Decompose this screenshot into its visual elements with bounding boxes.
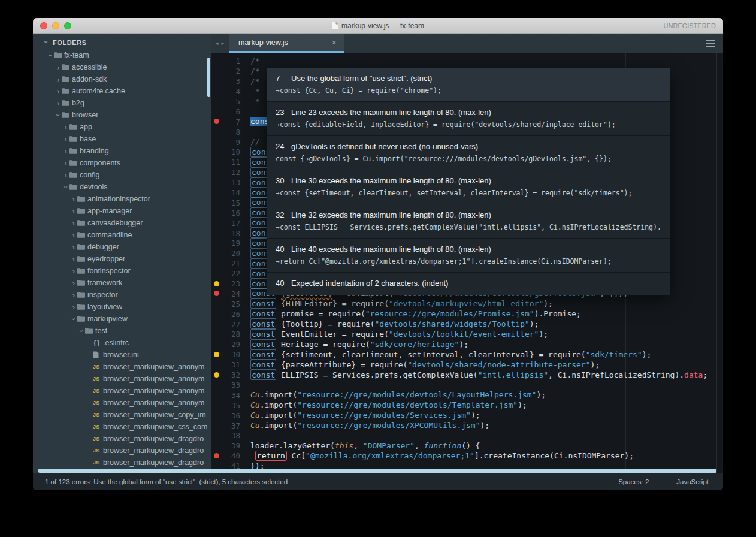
gutter[interactable]: 27 (211, 319, 246, 329)
lint-entry[interactable]: 32Line 32 exceeds the maximum line lengt… (267, 204, 670, 238)
code-line[interactable]: 26const promise = require("resource://gr… (211, 309, 723, 319)
lint-entry[interactable]: 24gDevTools is defined but never used (n… (267, 135, 670, 170)
gutter[interactable]: 17 (211, 218, 246, 228)
overflow-menu-icon[interactable] (698, 34, 723, 53)
indentation-setting[interactable]: Spaces: 2 (618, 478, 649, 485)
gutter[interactable]: 6 (211, 106, 246, 116)
gutter[interactable]: 10 (211, 147, 246, 157)
gutter[interactable]: 13 (211, 177, 246, 188)
sidebar-item-fx-team[interactable]: ›fx-team (33, 49, 211, 61)
code-line[interactable]: 33 (211, 380, 723, 390)
gutter[interactable]: 15 (211, 197, 246, 207)
gutter[interactable]: 28 (211, 329, 246, 339)
sidebar-item-animationinspector[interactable]: ›animationinspector (33, 193, 211, 205)
lint-entry[interactable]: 40Line 40 exceeds the maximum line lengt… (267, 238, 670, 272)
code-line[interactable]: 32const ELLIPSIS = Services.prefs.getCom… (211, 370, 723, 380)
gutter[interactable]: 29 (211, 339, 246, 349)
close-window-button[interactable] (40, 22, 47, 29)
sidebar-scrollbar-thumb[interactable] (207, 58, 210, 97)
sidebar-item-app-manager[interactable]: ›app-manager (33, 205, 211, 217)
lint-entry[interactable]: 30Line 30 exceeds the maximum line lengt… (267, 170, 670, 204)
sidebar-item--eslintrc[interactable]: {}.eslintrc (33, 337, 211, 349)
minimize-window-button[interactable] (52, 22, 59, 29)
code-line[interactable]: 27const {Tooltip} = require("devtools/sh… (211, 319, 723, 329)
syntax-setting[interactable]: JavaScript (676, 478, 709, 485)
gutter[interactable]: 8 (211, 126, 246, 137)
code-line[interactable]: 28const EventEmitter = require("devtools… (211, 329, 723, 339)
gutter[interactable]: 25 (211, 298, 246, 309)
gutter[interactable]: 26 (211, 309, 246, 319)
code-line[interactable]: 1/* (211, 56, 723, 66)
gutter[interactable]: 34 (211, 390, 246, 400)
gutter[interactable]: 35 (211, 400, 246, 410)
sidebar-item-commandline[interactable]: ›commandline (33, 229, 211, 241)
titlebar[interactable]: markup-view.js — fx-team UNREGISTERED (33, 18, 723, 34)
gutter[interactable]: 30 (211, 349, 246, 360)
sidebar-item-autom4te-cache[interactable]: ›autom4te.cache (33, 85, 211, 97)
sidebar-header[interactable]: › FOLDERS (33, 34, 211, 49)
horizontal-scrollbar-thumb[interactable] (38, 469, 716, 473)
code-line[interactable]: 25const {HTMLEditor} = require("devtools… (211, 298, 723, 309)
sidebar-item-browser-markupview-anonym[interactable]: JSbrowser_markupview_anonym (33, 385, 211, 397)
code-line[interactable]: 40 return Cc["@mozilla.org/xmlextras/dom… (211, 451, 723, 461)
sidebar-item-framework[interactable]: ›framework (33, 277, 211, 289)
sidebar-item-base[interactable]: ›base (33, 133, 211, 145)
sidebar-item-browser-markupview-anonym[interactable]: JSbrowser_markupview_anonym (33, 361, 211, 373)
gutter[interactable]: 9 (211, 137, 246, 147)
sidebar-item-app[interactable]: ›app (33, 121, 211, 133)
sidebar-item-inspector[interactable]: ›inspector (33, 289, 211, 301)
gutter[interactable]: 32 (211, 370, 246, 380)
sidebar-item-browser-markupview-anonym[interactable]: JSbrowser_markupview_anonym (33, 373, 211, 385)
sidebar-item-browser-markupview-dragdro[interactable]: JSbrowser_markupview_dragdro (33, 445, 211, 457)
gutter[interactable]: 12 (211, 167, 246, 177)
sidebar-item-debugger[interactable]: ›debugger (33, 241, 211, 253)
zoom-window-button[interactable] (64, 22, 71, 29)
gutter[interactable]: 2 (211, 66, 246, 76)
gutter[interactable]: 16 (211, 207, 246, 218)
lint-entry[interactable]: 7Use the global form of "use strict". (s… (267, 68, 670, 101)
sidebar-item-browser-markupview-dragdro[interactable]: JSbrowser_markupview_dragdro (33, 457, 211, 469)
sidebar-item-browser-ini[interactable]: browser.ini (33, 349, 211, 361)
sidebar-item-canvasdebugger[interactable]: ›canvasdebugger (33, 217, 211, 229)
code-line[interactable]: 36Cu.import("resource://gre/modules/Serv… (211, 410, 723, 420)
gutter[interactable]: 14 (211, 188, 246, 198)
gutter[interactable]: 22 (211, 268, 246, 279)
tab-close-icon[interactable]: × (331, 38, 338, 47)
sidebar-item-browser-markupview-dragdro[interactable]: JSbrowser_markupview_dragdro (33, 433, 211, 445)
gutter[interactable]: 37 (211, 420, 246, 430)
sidebar-item-branding[interactable]: ›branding (33, 145, 211, 157)
code-line[interactable]: 37Cu.import("resource://gre/modules/XPCO… (211, 420, 723, 430)
sidebar-item-browser[interactable]: ›browser (33, 109, 211, 121)
gutter[interactable]: 20 (211, 248, 246, 258)
sidebar-item-config[interactable]: ›config (33, 169, 211, 181)
gutter[interactable]: 7 (211, 116, 246, 126)
sidebar-item-addon-sdk[interactable]: ›addon-sdk (33, 73, 211, 85)
code-line[interactable]: 29const Heritage = require("sdk/core/her… (211, 339, 723, 349)
gutter[interactable]: 39 (211, 441, 246, 451)
sidebar-item-layoutview[interactable]: ›layoutview (33, 301, 211, 313)
code-line[interactable]: 31const {parseAttribute} = require("devt… (211, 360, 723, 370)
gutter[interactable]: 38 (211, 430, 246, 441)
tab-scroll-right-icon[interactable]: ▸ (222, 40, 225, 46)
tab-scroll-left-icon[interactable]: ◂ (216, 40, 219, 46)
code-line[interactable]: 30const {setTimeout, clearTimeout, setIn… (211, 349, 723, 360)
gutter[interactable]: 3 (211, 76, 246, 86)
gutter[interactable]: 24 (211, 288, 246, 298)
gutter[interactable]: 31 (211, 360, 246, 370)
gutter[interactable]: 11 (211, 157, 246, 167)
sidebar-item-browser-markupview-css-com[interactable]: JSbrowser_markupview_css_com (33, 421, 211, 433)
sidebar-item-test[interactable]: ›test (33, 325, 211, 337)
gutter[interactable]: 4 (211, 86, 246, 96)
gutter[interactable]: 36 (211, 410, 246, 420)
lint-entry[interactable]: 23Line 23 exceeds the maximum line lengt… (267, 101, 670, 135)
code-line[interactable]: 39loader.lazyGetter(this, "DOMParser", f… (211, 441, 723, 451)
gutter[interactable]: 23 (211, 279, 246, 289)
sidebar-item-eyedropper[interactable]: ›eyedropper (33, 253, 211, 265)
code-line[interactable]: 35Cu.import("resource://gre/modules/devt… (211, 400, 723, 410)
gutter[interactable]: 40 (211, 451, 246, 461)
gutter[interactable]: 19 (211, 238, 246, 248)
sidebar-item-accessible[interactable]: ›accessible (33, 61, 211, 73)
gutter[interactable]: 33 (211, 380, 246, 390)
gutter[interactable]: 21 (211, 258, 246, 268)
sidebar-item-browser-markupview-anonym[interactable]: JSbrowser_markupview_anonym (33, 397, 211, 409)
